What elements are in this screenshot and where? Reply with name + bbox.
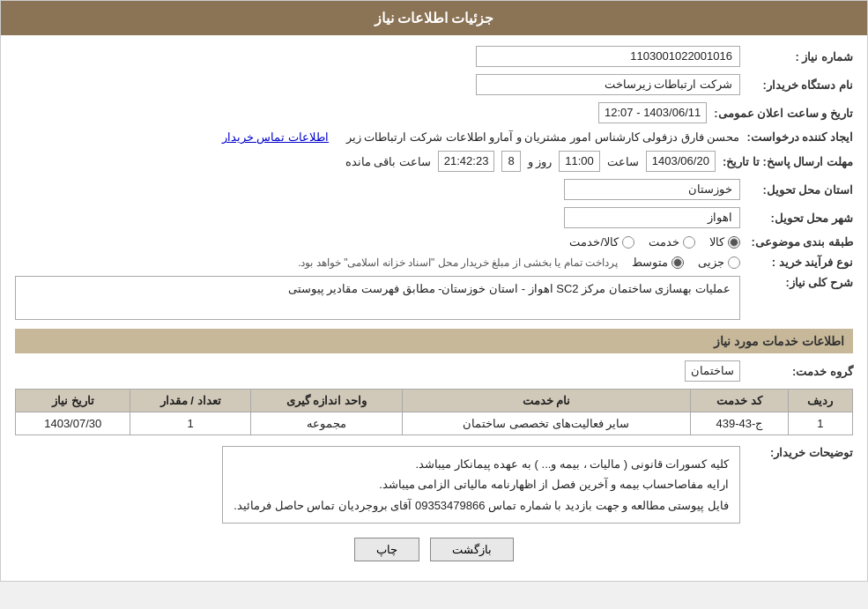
radio-motovaset-label: متوسط [632, 256, 668, 269]
radio-jozii-label: جزیی [698, 256, 724, 269]
day-label: روز و [528, 155, 553, 168]
radio-kala-label: کالا [709, 235, 724, 249]
radio-jozii-circle [728, 256, 740, 269]
cell-vahed: مجموعه [250, 412, 402, 435]
hour-label: ساعت [607, 155, 639, 168]
radio-kala-khadamat-label: کالا/خدمت [569, 235, 619, 249]
sharh-label: شرح کلی نیاز: [747, 276, 853, 289]
nam-dastgah-label: نام دستگاه خریدار: [747, 78, 853, 92]
ijad-konande-label: ایجاد کننده درخواست: [746, 130, 853, 144]
back-button[interactable]: بازگشت [430, 538, 514, 561]
radio-kala-khadamat-circle [622, 236, 634, 249]
shahr-label: شهر محل تحویل: [747, 212, 853, 225]
col-tarikh: تاریخ نیاز [16, 390, 130, 412]
cell-tedad: 1 [130, 412, 250, 435]
radio-kala-circle [728, 236, 740, 249]
radio-kala[interactable]: کالا [709, 235, 740, 249]
mohlat-label: مهلت ارسال پاسخ: تا تاریخ: [723, 155, 853, 168]
grouh-label: گروه خدمت: [747, 365, 853, 378]
radio-khadamat-label: خدمت [649, 235, 679, 249]
ijad-konande-value: محسن فارق دزفولی کارشناس امور مشتریان و … [346, 130, 740, 144]
col-nam: نام خدمت [402, 390, 690, 412]
nam-dastgah-value: شرکت ارتباطات زیرساخت [476, 74, 740, 95]
cell-tarikh: 1403/07/30 [16, 412, 130, 435]
col-vahed: واحد اندازه گیری [250, 390, 402, 412]
radio-khadamat[interactable]: خدمت [649, 235, 695, 249]
notes-line1: کلیه کسورات قانونی ( مالیات ، بیمه و... … [234, 454, 729, 474]
grouh-value: ساختمان [685, 360, 740, 382]
ijad-konande-link[interactable]: اطلاعات تماس خریدار [222, 130, 329, 144]
tarikh-aelaan-value: 1403/06/11 - 12:07 [598, 102, 707, 123]
date-value: 1403/06/20 [646, 151, 716, 172]
cell-nam: سایر فعالیت‌های تخصصی ساختمان [402, 412, 690, 435]
col-radif: ردیف [788, 390, 852, 412]
remaining-value: 21:42:23 [438, 151, 495, 172]
tabaqe-label: طبقه بندی موضوعی: [747, 235, 853, 249]
notes-label: توضیحات خریدار: [747, 446, 853, 459]
radio-motovaset[interactable]: متوسط [632, 256, 684, 269]
col-kod: کد خدمت [690, 390, 788, 412]
radio-khadamat-circle [683, 236, 695, 249]
notes-box: کلیه کسورات قانونی ( مالیات ، بیمه و... … [222, 446, 740, 524]
radio-kala-khadamat[interactable]: کالا/خدمت [569, 235, 634, 249]
shomara-niaz-label: شماره نیاز : [747, 50, 853, 63]
ostan-label: استان محل تحویل: [747, 183, 853, 197]
noue-farayand-note: پرداخت تمام یا بخشی از مبلغ خریدار محل "… [298, 256, 618, 269]
noue-farayand-label: نوع فرآیند خرید : [747, 256, 853, 269]
cell-kod: ج-43-439 [690, 412, 788, 435]
day-value: 8 [501, 151, 520, 172]
remaining-label: ساعت باقی مانده [345, 155, 431, 168]
radio-motovaset-circle [671, 256, 684, 269]
shahr-value: اهواز [564, 207, 740, 228]
hour-value: 11:00 [559, 151, 600, 172]
service-section-title: اطلاعات خدمات مورد نیاز [15, 329, 853, 353]
page-title: جزئیات اطلاعات نیاز [1, 1, 867, 35]
notes-line2: ارایه مفاصاحساب بیمه و آخرین فصل از اظها… [234, 474, 729, 494]
ostan-value: خوزستان [564, 179, 740, 200]
radio-jozii[interactable]: جزیی [698, 256, 740, 269]
shomara-niaz-value: 1103001022001016 [476, 46, 740, 67]
tarikh-aelaan-label: تاریخ و ساعت اعلان عمومی: [714, 107, 853, 120]
table-row: 1ج-43-439سایر فعالیت‌های تخصصی ساختمانمج… [16, 412, 853, 435]
cell-radif: 1 [788, 412, 852, 435]
notes-line3: فایل پیوستی مطالعه و جهت بازدید با شماره… [234, 495, 729, 516]
sharh-value: عملیات بهسازی ساختمان مرکز SC2 اهواز - ا… [15, 276, 740, 320]
service-table: ردیف کد خدمت نام خدمت واحد اندازه گیری ت… [15, 389, 853, 435]
col-tedad: تعداد / مقدار [130, 390, 250, 412]
print-button[interactable]: چاپ [354, 538, 419, 561]
